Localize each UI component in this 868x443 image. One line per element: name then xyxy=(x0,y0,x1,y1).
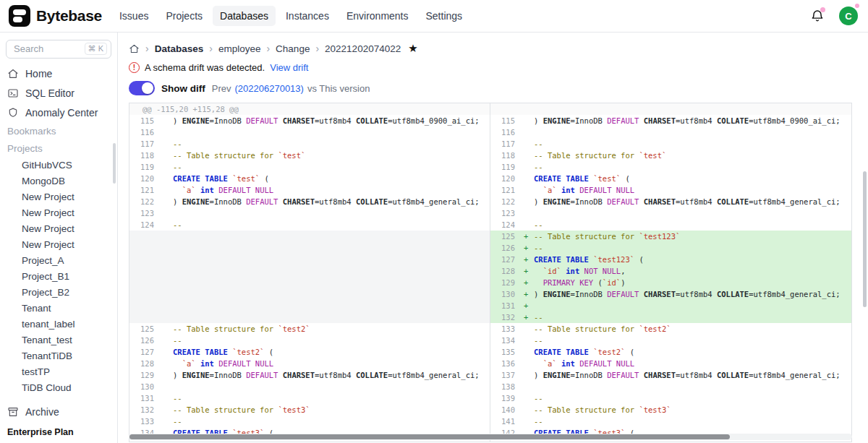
code-line: `a` int DEFAULT NULL xyxy=(515,184,851,196)
diff-horizontal-scrollbar[interactable] xyxy=(129,434,852,440)
bookmark-star-icon[interactable]: ★ xyxy=(408,42,417,55)
breadcrumb-home-icon[interactable] xyxy=(129,43,140,54)
line-number: 134 xyxy=(490,335,515,346)
avatar-wrap[interactable]: C xyxy=(839,7,858,25)
diff-row: 128 `a` int DEFAULT NULL xyxy=(129,358,490,369)
show-diff-toggle[interactable] xyxy=(129,81,155,95)
diff-row: 129+ PRIMARY KEY (`id`) xyxy=(490,277,851,288)
diff-row: 121 `a` int DEFAULT NULL xyxy=(490,184,851,196)
nav-item-issues[interactable]: Issues xyxy=(112,6,156,26)
breadcrumb-item-20221202074022[interactable]: 20221202074022 xyxy=(325,43,401,54)
code-line: -- xyxy=(154,416,490,427)
sidebar-project-new-project[interactable]: New Project xyxy=(0,237,117,253)
line-number: 127 xyxy=(129,346,154,358)
code-line: +CREATE TABLE `test123` ( xyxy=(515,254,851,265)
line-number: 116 xyxy=(129,126,154,138)
sidebar-project-new-project[interactable]: New Project xyxy=(0,221,117,237)
line-number: 125 xyxy=(490,231,515,242)
versus-label: vs This version xyxy=(307,83,370,94)
code-line: -- Table structure for `test` xyxy=(515,150,851,161)
line-number: 125 xyxy=(129,323,154,335)
sidebar-project-tenant[interactable]: Tenant xyxy=(0,301,117,317)
projects-list: GitHubVCSMongoDBNew ProjectNew ProjectNe… xyxy=(0,158,117,395)
line-number: 137 xyxy=(490,369,515,381)
projects-scrollbar[interactable] xyxy=(113,143,116,184)
breadcrumb: ›Databases›employee›Change›2022120207402… xyxy=(129,41,852,56)
nav-item-instances[interactable]: Instances xyxy=(278,6,336,26)
line-number: 130 xyxy=(490,288,515,300)
sidebar: ⌘ K HomeSQL EditorAnomaly Center Bookmar… xyxy=(0,33,118,443)
breadcrumb-item-change[interactable]: Change xyxy=(276,43,310,54)
brand[interactable]: Bytebase xyxy=(9,5,102,27)
sidebar-project-new-project[interactable]: New Project xyxy=(0,205,117,221)
line-number: 140 xyxy=(490,404,515,416)
code-line: CREATE TABLE `test` ( xyxy=(515,173,851,184)
nav-item-settings[interactable]: Settings xyxy=(419,6,470,26)
sidebar-item-home[interactable]: Home xyxy=(0,64,117,84)
sidebar-project-new-project[interactable]: New Project xyxy=(0,189,117,205)
archive-icon xyxy=(7,406,19,418)
diff-row: 133-- xyxy=(129,416,490,427)
diff-row: 115) ENGINE=InnoDB DEFAULT CHARSET=utf8m… xyxy=(129,115,490,126)
code-line: -- xyxy=(154,161,490,173)
page-vertical-scrollbar[interactable] xyxy=(863,171,867,307)
sidebar-project-tenanttidb[interactable]: TenantTiDB xyxy=(0,348,117,364)
breadcrumb-item-employee[interactable]: employee xyxy=(218,43,261,54)
nav-item-projects[interactable]: Projects xyxy=(158,6,210,26)
sidebar-item-anomaly-center[interactable]: Anomaly Center xyxy=(0,103,117,123)
sidebar-project-tenant-label[interactable]: tenant_label xyxy=(0,317,117,332)
sidebar-project-project-b1[interactable]: Project_B1 xyxy=(0,269,117,285)
sidebar-project-project-a[interactable]: Project_A xyxy=(0,253,117,269)
projects-section-label: Projects xyxy=(0,140,117,158)
sidebar-project-tidb-cloud[interactable]: TiDB Cloud xyxy=(0,380,117,395)
line-number: 121 xyxy=(490,184,515,196)
code-line: ) ENGINE=InnoDB DEFAULT CHARSET=utf8mb4 … xyxy=(515,369,851,381)
sidebar-project-githubvcs[interactable]: GitHubVCS xyxy=(0,158,117,173)
breadcrumb-separator-icon: › xyxy=(266,43,270,54)
line-number: 133 xyxy=(490,323,515,335)
addition-marker: + xyxy=(524,288,528,300)
addition-marker: + xyxy=(524,277,528,288)
sidebar-item-label: SQL Editor xyxy=(25,87,75,99)
diff-row: 120CREATE TABLE `test` ( xyxy=(490,173,851,184)
diff-row: 124-- xyxy=(129,219,490,231)
code-line: ) ENGINE=InnoDB DEFAULT CHARSET=utf8mb4 … xyxy=(515,196,851,207)
sidebar-nav: HomeSQL EditorAnomaly Center xyxy=(0,64,117,123)
code-line: -- xyxy=(515,219,851,231)
diff-row: 120CREATE TABLE `test` ( xyxy=(129,173,490,184)
nav-item-databases[interactable]: Databases xyxy=(213,6,276,26)
sidebar-project-project-b2[interactable]: Project_B2 xyxy=(0,285,117,301)
code-line xyxy=(154,126,490,138)
diff-row: 119-- xyxy=(129,161,490,173)
addition-marker: + xyxy=(524,265,528,277)
diff-row xyxy=(129,288,490,300)
code-line xyxy=(154,207,490,219)
prev-version-link[interactable]: (202206270013) xyxy=(234,83,303,94)
code-line: -- xyxy=(154,335,490,346)
search-input[interactable] xyxy=(12,43,82,55)
notification-bell-icon[interactable] xyxy=(810,9,825,23)
diff-row: 137) ENGINE=InnoDB DEFAULT CHARSET=utf8m… xyxy=(490,369,851,381)
search-box[interactable]: ⌘ K xyxy=(6,40,111,59)
code-line: -- Table structure for `test2` xyxy=(154,323,490,335)
sidebar-project-tenant-test[interactable]: Tenant_test xyxy=(0,332,117,348)
sidebar-item-sql-editor[interactable]: SQL Editor xyxy=(0,84,117,103)
sidebar-project-mongodb[interactable]: MongoDB xyxy=(0,173,117,189)
code-line: + `id` int NOT NULL, xyxy=(515,265,851,277)
diff-row: 136 `a` int DEFAULT NULL xyxy=(490,358,851,369)
breadcrumb-item-databases[interactable]: Databases xyxy=(155,43,204,54)
code-line xyxy=(154,381,490,392)
diff-row: 126+-- xyxy=(490,242,851,254)
view-drift-link[interactable]: View drift xyxy=(270,62,308,73)
diff-row: 125+-- Table structure for `test123` xyxy=(490,231,851,242)
sql-editor-icon xyxy=(7,87,19,99)
horizontal-scrollbar-thumb[interactable] xyxy=(129,434,730,439)
line-number: 120 xyxy=(129,173,154,184)
diff-row: 138 xyxy=(490,381,851,392)
avatar[interactable]: C xyxy=(839,7,858,25)
code-line: -- xyxy=(515,416,851,427)
nav-item-environments[interactable]: Environments xyxy=(339,6,416,26)
breadcrumb-items: ›Databases›employee›Change›2022120207402… xyxy=(145,43,401,54)
sidebar-project-testtp[interactable]: testTP xyxy=(0,364,117,380)
sidebar-item-archive[interactable]: Archive xyxy=(0,403,117,421)
